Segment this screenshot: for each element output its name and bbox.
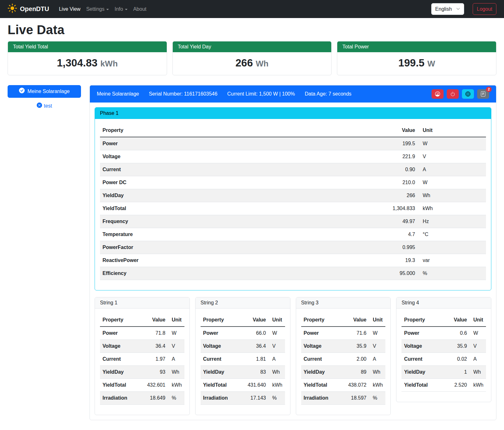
row-property: Current xyxy=(401,353,447,366)
summary-card-body: 266Wh xyxy=(173,52,332,75)
inverter-name: Meine Solaranlage xyxy=(97,91,139,97)
device-info-button[interactable] xyxy=(462,89,474,99)
table-row: YieldDay 89 Wh xyxy=(301,366,386,379)
language-value: English xyxy=(435,6,452,13)
summary-unit: Wh xyxy=(256,59,268,68)
column-value: Value xyxy=(380,124,418,137)
table-row: YieldDay 93 Wh xyxy=(100,366,184,379)
table-row: PowerFactor 0.995 xyxy=(100,241,486,254)
row-property: YieldTotal xyxy=(301,379,346,392)
inverter-actions: 2 xyxy=(432,89,489,99)
row-value: 18.649 xyxy=(145,392,168,405)
sun-icon xyxy=(8,3,17,15)
x-circle-icon xyxy=(37,103,42,109)
test-label: test xyxy=(44,103,52,109)
chevron-down-icon xyxy=(125,9,128,10)
row-property: Temperature xyxy=(100,228,380,241)
string-title: String 4 xyxy=(396,297,491,308)
phase-title: Phase 1 xyxy=(95,108,491,119)
table-row: Current 1.97 A xyxy=(100,353,184,366)
row-unit: var xyxy=(418,254,486,267)
phase-table: Property Value Unit Power xyxy=(100,124,486,280)
logout-button[interactable]: Logout xyxy=(473,3,496,15)
inverter-select-button[interactable]: Meine Solaranlage xyxy=(8,85,81,98)
row-value: 0.02 xyxy=(447,353,470,366)
brand-label: OpenDTU xyxy=(20,5,49,13)
column-value: Value xyxy=(245,314,269,327)
row-unit: V xyxy=(418,150,486,163)
column-unit: Unit xyxy=(369,314,385,327)
row-property: Irradiation xyxy=(301,392,346,405)
limit-settings-button[interactable] xyxy=(432,89,444,99)
row-unit: Wh xyxy=(269,366,285,379)
inverter-item-test[interactable]: test xyxy=(8,103,81,109)
page-container: Live Data Total Yield Total 1,304.83kWh … xyxy=(0,23,504,429)
row-value: 0.6 xyxy=(447,327,470,340)
table-row: YieldDay 1 Wh xyxy=(401,366,486,379)
summary-value: 266 xyxy=(235,57,253,69)
inverter-serial: Serial Number: 116171603546 xyxy=(149,91,217,97)
row-unit: % xyxy=(168,392,184,405)
row-property: YieldDay xyxy=(201,366,245,379)
row-value: 0.90 xyxy=(380,163,418,176)
row-property: YieldTotal xyxy=(100,379,145,392)
row-unit: Wh xyxy=(470,366,486,379)
table-row: Power 199.5 W xyxy=(100,137,486,150)
table-row: YieldTotal 431.640 kWh xyxy=(201,379,285,392)
row-unit: kWh xyxy=(470,379,486,392)
row-unit: V xyxy=(369,340,385,353)
table-row: Current 1.81 A xyxy=(201,353,285,366)
row-property: YieldTotal xyxy=(100,202,380,215)
table-row: Current 2.00 A xyxy=(301,353,386,366)
row-value: 431.640 xyxy=(245,379,269,392)
brand-link[interactable]: OpenDTU xyxy=(8,3,49,15)
phase-card: Phase 1 Property Value Unit xyxy=(95,107,491,290)
row-property: Power DC xyxy=(100,176,380,189)
row-value: 2.00 xyxy=(345,353,369,366)
row-value: 1.97 xyxy=(145,353,168,366)
inverter-limit: Current Limit: 1,500 W | 100% xyxy=(227,91,295,97)
string-body: Property Value Unit Power xyxy=(95,308,190,415)
row-property: Current xyxy=(100,353,145,366)
row-property: Current xyxy=(100,163,380,176)
row-unit: W xyxy=(369,327,385,340)
row-value: 35.9 xyxy=(447,340,470,353)
check-circle-icon xyxy=(19,88,25,95)
nav-info-dropdown[interactable]: Info xyxy=(112,4,130,15)
row-property: YieldDay xyxy=(100,366,145,379)
table-row: YieldTotal 438.072 kWh xyxy=(301,379,386,392)
row-value: 89 xyxy=(345,366,369,379)
row-property: YieldDay xyxy=(401,366,447,379)
table-row: YieldDay 266 Wh xyxy=(100,189,486,202)
column-property: Property xyxy=(301,314,346,327)
summary-unit: W xyxy=(427,59,435,68)
summary-value: 199.5 xyxy=(398,57,425,69)
table-row: Power 71.8 W xyxy=(100,327,184,340)
row-unit: Wh xyxy=(168,366,184,379)
row-property: Power xyxy=(201,327,245,340)
table-row: Voltage 35.9 V xyxy=(401,340,486,353)
table-row: Voltage 35.9 V xyxy=(301,340,386,353)
table-row: Temperature 4.7 °C xyxy=(100,228,486,241)
row-property: Power xyxy=(401,327,447,340)
row-value: 35.9 xyxy=(345,340,369,353)
inverter-data-age: Data Age: 7 seconds xyxy=(305,91,352,97)
event-log-button[interactable]: 2 xyxy=(477,89,489,99)
table-row: ReactivePower 19.3 var xyxy=(100,254,486,267)
row-unit: kWh xyxy=(269,379,285,392)
nav-settings-dropdown[interactable]: Settings xyxy=(83,4,112,15)
row-value: 95.000 xyxy=(380,267,418,280)
column-unit: Unit xyxy=(418,124,486,137)
language-select[interactable]: English xyxy=(431,3,464,15)
nav-about[interactable]: About xyxy=(130,4,149,15)
summary-card-title: Total Yield Total xyxy=(8,41,167,52)
table-row: YieldTotal 432.601 kWh xyxy=(100,379,184,392)
cpu-icon xyxy=(465,91,470,97)
table-row: Current 0.90 A xyxy=(100,163,486,176)
row-unit: kWh xyxy=(369,379,385,392)
row-unit: Wh xyxy=(369,366,385,379)
summary-card: Total Yield Total 1,304.83kWh xyxy=(8,41,167,75)
power-button[interactable] xyxy=(447,89,459,99)
nav-live-view[interactable]: Live View xyxy=(56,4,83,15)
row-unit xyxy=(418,241,486,254)
